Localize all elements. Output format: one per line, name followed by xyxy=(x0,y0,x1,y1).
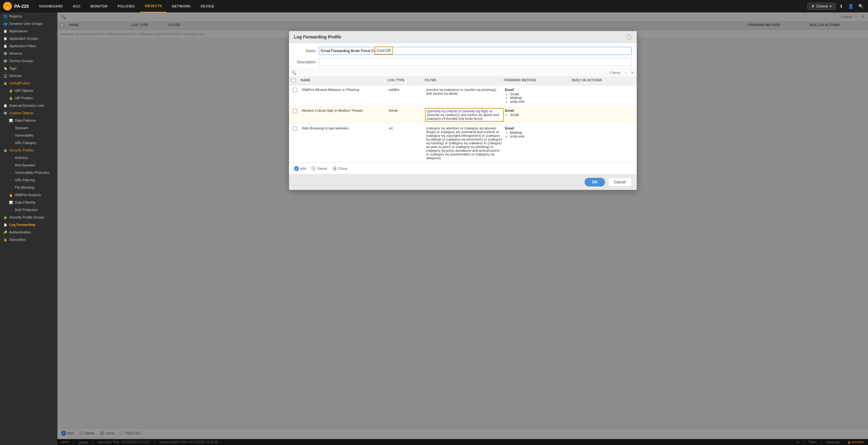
row1-check[interactable] xyxy=(291,87,301,93)
nav-monitor[interactable]: MONITOR xyxy=(86,0,112,12)
file-blocking-icon: 🛡 xyxy=(9,185,13,190)
sidebar-item-external-dynamic-lists[interactable]: 📋 External Dynamic Lists xyxy=(0,102,57,109)
row2-check[interactable] xyxy=(291,108,301,114)
sidebar-item-service-groups[interactable]: ⚙️ Service Groups xyxy=(0,57,57,65)
nav-device[interactable]: DEVICE xyxy=(196,0,219,12)
modal-table-header: NAME LOG TYPE FILTER FORWARD METHOD BUIL… xyxy=(289,77,637,85)
table-row[interactable]: Allowed Critical High or Medium Threats … xyxy=(289,106,637,124)
sidebar-item-application-groups[interactable]: 📋 Application Groups xyxy=(0,35,57,42)
row3-checkbox[interactable] xyxy=(293,126,297,131)
inner-close-button[interactable]: ✕ xyxy=(630,70,634,75)
commit-button[interactable]: ⬆ Commit ▾ xyxy=(807,3,836,10)
nav-icon-search[interactable]: 🔍 xyxy=(857,2,865,10)
sidebar-item-devices[interactable]: 🖥️ Devices xyxy=(0,72,57,80)
row2-forward: Email Gmail xyxy=(504,108,572,117)
modal-desc-label: Description xyxy=(294,60,316,64)
sidebar-item-file-blocking[interactable]: 🛡 File Blocking xyxy=(0,184,57,191)
content-area: 🔍 3 items → ✕ NAME LOG TYPE FILTER FORWA… xyxy=(57,12,868,445)
devices-icon: 🖥️ xyxy=(3,73,7,78)
sidebar-item-data-patterns[interactable]: 📊 Data Patterns xyxy=(0,117,57,124)
data-patterns-icon: 📊 xyxy=(9,118,13,123)
applications-icon: 📋 xyxy=(3,29,7,33)
nav-dashboard[interactable]: DASHBOARD xyxy=(35,0,67,12)
sidebar-item-dos-protection[interactable]: 🛡 DoS Protection xyxy=(0,206,57,214)
sidebar-item-authentication[interactable]: 🔑 Authentication xyxy=(0,228,57,236)
sidebar-item-vulnerability-protection[interactable]: 🛡 Vulnerability Protection xyxy=(0,169,57,176)
sidebar-item-spyware[interactable]: 🛡 Spyware xyxy=(0,124,57,132)
sidebar-item-services[interactable]: ⚙️ Services xyxy=(0,50,57,57)
nav-network[interactable]: NETWORK xyxy=(168,0,195,12)
globalprotect-icon: 🔒 xyxy=(3,81,7,85)
sidebar-item-anti-spyware[interactable]: 🛡 Anti-Spyware xyxy=(0,161,57,169)
sidebar-item-log-forwarding[interactable]: 📋 Log Forwarding xyxy=(0,221,57,228)
sidebar-item-applications[interactable]: 📋 Applications xyxy=(0,27,57,35)
inner-nav-arrow[interactable]: → xyxy=(624,70,627,75)
commit-icon: ⬆ xyxy=(811,4,814,8)
sidebar-item-url-category[interactable]: 🛡 URL Category xyxy=(0,139,57,147)
modal-delete-button[interactable]: − Delete xyxy=(311,166,327,171)
row3-logtype: url xyxy=(388,126,425,131)
sidebar-item-regions[interactable]: 🌐 Regions xyxy=(0,12,57,20)
nav-icon-upload[interactable]: ⬆ xyxy=(838,2,844,10)
nav-icon-user[interactable]: 👤 xyxy=(847,2,855,10)
table-row[interactable]: WildFire Allowed Malware or Phishing wil… xyxy=(289,85,637,106)
nav-objects[interactable]: OBJECTS xyxy=(140,0,166,12)
modal-dialog: Log Forwarding Profile ? Name Cool-Off D… xyxy=(289,31,637,190)
modal-col-actions: BUILT-IN ACTIONS xyxy=(572,78,634,83)
sidebar-item-wildfire-analysis[interactable]: 🔥 WildFire Analysis xyxy=(0,191,57,199)
modal-clone-button-icon: ⊙ xyxy=(332,166,337,171)
nav-policies[interactable]: POLICIES xyxy=(113,0,139,12)
sidebar-item-custom-objects[interactable]: ⚙️ Custom Objects xyxy=(0,109,57,117)
modal-desc-input[interactable] xyxy=(319,58,632,66)
row1-checkbox[interactable] xyxy=(293,88,297,92)
wildfire-analysis-icon: 🔥 xyxy=(9,193,13,197)
logo-text: PA-220 xyxy=(14,4,29,9)
inner-search-input[interactable] xyxy=(298,71,608,74)
sidebar-item-vulnerability[interactable]: 🛡 Vulnerability xyxy=(0,132,57,139)
log-forwarding-icon: 📋 xyxy=(3,222,7,227)
modal-name-input[interactable] xyxy=(319,47,632,55)
row2-name: Allowed Critical High or Medium Threats xyxy=(301,108,388,113)
table-row[interactable]: Web Browsing to bad websites url (catego… xyxy=(289,124,637,163)
ok-button[interactable]: OK xyxy=(585,178,605,187)
row3-filter: (category eq abortion) or (category eq a… xyxy=(425,126,504,160)
modal-help-button[interactable]: ? xyxy=(626,34,632,40)
modal-col-filter: FILTER xyxy=(425,78,504,83)
sidebar-item-antivirus[interactable]: 🛡 Antivirus xyxy=(0,154,57,161)
modal-footer: OK Cancel xyxy=(289,174,637,190)
modal-name-label: Name xyxy=(294,49,316,53)
inner-items-count: 3 items xyxy=(610,71,620,74)
sidebar-item-security-profiles[interactable]: 🔒 Security Profiles xyxy=(0,147,57,154)
sidebar-item-data-filtering[interactable]: 📊 Data Filtering xyxy=(0,199,57,206)
modal-name-row: Name Cool-Off xyxy=(289,43,637,57)
sidebar-item-application-filters[interactable]: 📋 Application Filters xyxy=(0,42,57,50)
row2-checkbox[interactable] xyxy=(293,108,297,113)
inner-search-icon: 🔍 xyxy=(291,70,297,75)
dos-protection-icon: 🛡 xyxy=(9,208,13,212)
services-icon: ⚙️ xyxy=(3,51,7,56)
row1-actions xyxy=(572,87,634,89)
row3-check[interactable] xyxy=(291,126,301,132)
main-layout: 🌐 Regions 👥 Dynamic User Groups 📋 Applic… xyxy=(0,12,868,445)
modal-clone-button[interactable]: ⊙ Clone xyxy=(332,166,347,171)
dynamic-user-groups-icon: 👥 xyxy=(3,22,7,26)
logo-icon: 🔥 xyxy=(3,2,12,10)
sidebar-item-security-profile-groups[interactable]: 🔒 Security Profile Groups xyxy=(0,214,57,221)
modal-title: Log Forwarding Profile xyxy=(294,34,341,39)
sidebar-item-dynamic-user-groups[interactable]: 👥 Dynamic User Groups xyxy=(0,20,57,27)
sidebar-item-hip-objects[interactable]: 🔒 HIP Objects xyxy=(0,87,57,94)
nav-acc[interactable]: ACC xyxy=(68,0,85,12)
sidebar-item-globalprotect[interactable]: 🔒 GlobalProtect xyxy=(0,80,57,87)
anti-spyware-icon: 🛡 xyxy=(9,163,13,167)
modal-name-input-wrapper: Cool-Off xyxy=(319,47,632,55)
sidebar-item-tags[interactable]: 🏷️ Tags xyxy=(0,65,57,72)
cancel-button[interactable]: Cancel xyxy=(608,178,631,187)
nav-items: DASHBOARD ACC MONITOR POLICIES OBJECTS N… xyxy=(35,0,807,12)
sidebar-item-decryption[interactable]: 🔓 Decryption xyxy=(0,236,57,243)
modal-col-logtype: LOG TYPE xyxy=(388,78,425,83)
modal-add-button[interactable]: + Add xyxy=(294,166,306,171)
sidebar-item-url-filtering[interactable]: 🛡 URL Filtering xyxy=(0,176,57,184)
commit-chevron: ▾ xyxy=(830,4,832,8)
sidebar-item-hip-profiles[interactable]: 🔒 HIP Profiles xyxy=(0,94,57,102)
modal-select-all-checkbox[interactable] xyxy=(291,78,296,83)
